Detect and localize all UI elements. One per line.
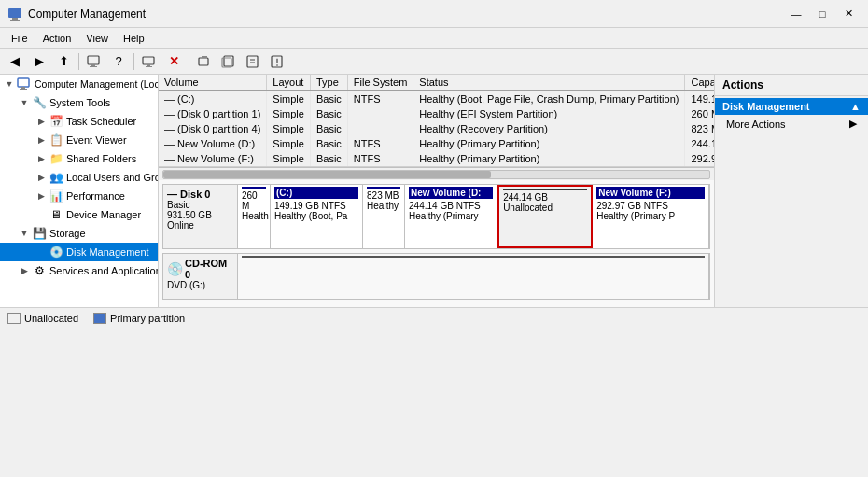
toolbar-btn1[interactable] xyxy=(193,51,216,72)
table-row[interactable]: — (Disk 0 partition 4) Simple Basic Heal… xyxy=(159,121,714,136)
legend-primary: Primary partition xyxy=(93,313,185,324)
expander-storage: ▼ xyxy=(17,226,32,241)
disk-management-label: Disk Management xyxy=(66,246,149,258)
window-title: Computer Management xyxy=(28,7,784,21)
col-type: Type xyxy=(310,75,347,91)
actions-more-actions[interactable]: More Actions ▶ xyxy=(715,115,868,133)
tree-storage[interactable]: ▼ 💾 Storage xyxy=(0,224,158,243)
cdrom-partition[interactable] xyxy=(238,254,709,299)
tree-device-manager[interactable]: ▶ 🖥 Device Manager xyxy=(0,205,158,224)
partition-c-header: (C:) xyxy=(274,187,358,199)
tree-performance[interactable]: ▶ 📊 Performance xyxy=(0,187,158,205)
cell-layout: Simple xyxy=(267,91,311,106)
disk-0-partitions: 260 M Health (C:) 149.19 GB NTFS Healthy… xyxy=(238,185,709,248)
table-row[interactable]: — New Volume (F:) Simple Basic NTFS Heal… xyxy=(159,151,714,166)
system-tools-label: System Tools xyxy=(49,97,110,108)
toolbar-up[interactable]: ⬆ xyxy=(52,51,75,72)
shared-folders-icon: 📁 xyxy=(49,151,63,166)
table-row[interactable]: — New Volume (D:) Simple Basic NTFS Heal… xyxy=(159,136,714,151)
services-label: Services and Applications xyxy=(49,265,159,276)
cell-capacity: 149.19 GB xyxy=(685,91,714,106)
minimize-button[interactable]: — xyxy=(784,3,808,25)
svg-rect-5 xyxy=(90,66,97,67)
disk-0-row: — Disk 0 Basic 931.50 GB Online 260 M He… xyxy=(162,184,710,249)
partition-d-status: Healthy (Primary xyxy=(409,211,493,221)
toolbar-separator-1 xyxy=(78,53,79,70)
partition-efi[interactable]: 260 M Health xyxy=(238,185,271,248)
partition-unallocated-status: Unallocated xyxy=(503,203,587,213)
table-row[interactable]: — (Disk 0 partition 1) Simple Basic Heal… xyxy=(159,106,714,121)
task-scheduler-icon: 📅 xyxy=(49,114,63,129)
actions-disk-management-chevron: ▲ xyxy=(850,101,861,112)
window-controls: — □ ✕ xyxy=(784,3,861,25)
maximize-button[interactable]: □ xyxy=(810,3,834,25)
partition-f-header: New Volume (F:) xyxy=(596,187,705,199)
device-manager-icon: 🖥 xyxy=(49,207,63,222)
partition-f[interactable]: New Volume (F:) 292.97 GB NTFS Healthy (… xyxy=(593,185,709,248)
menu-view[interactable]: View xyxy=(78,31,116,46)
cell-volume: — New Volume (D:) xyxy=(159,136,267,151)
cell-layout: Simple xyxy=(267,106,311,121)
status-bar: Unallocated Primary partition xyxy=(0,307,868,328)
cell-volume: — New Volume (F:) xyxy=(159,151,267,166)
volume-table: Volume Layout Type File System Status Ca… xyxy=(159,75,714,166)
partition-d-size: 244.14 GB NTFS xyxy=(409,201,493,211)
actions-section-disk-title[interactable]: Disk Management ▲ xyxy=(715,98,868,115)
partition-c[interactable]: (C:) 149.19 GB NTFS Healthy (Boot, Pa xyxy=(271,185,363,248)
menu-help[interactable]: Help xyxy=(116,31,152,46)
col-status: Status xyxy=(413,75,685,91)
services-icon: ⚙ xyxy=(32,263,47,278)
legend-unallocated-label: Unallocated xyxy=(24,313,78,324)
horizontal-scrollbar[interactable] xyxy=(159,167,714,180)
toolbar-connect[interactable] xyxy=(138,51,161,72)
menu-file[interactable]: File xyxy=(4,31,35,46)
local-users-label: Local Users and Groups xyxy=(66,172,159,183)
expander-shared-folders: ▶ xyxy=(34,151,49,166)
tree-system-tools[interactable]: ▼ 🔧 System Tools xyxy=(0,93,158,112)
cell-type: Basic xyxy=(310,151,347,166)
event-viewer-icon: 📋 xyxy=(49,133,63,147)
toolbar-btn2[interactable] xyxy=(217,51,240,72)
partition-unallocated[interactable]: 244.14 GB Unallocated xyxy=(497,185,593,248)
table-row[interactable]: — (C:) Simple Basic NTFS Healthy (Boot, … xyxy=(159,91,714,106)
col-volume: Volume xyxy=(159,75,267,91)
tree-disk-management[interactable]: ▶ 💿 Disk Management xyxy=(0,243,158,261)
cell-type: Basic xyxy=(310,121,347,136)
svg-rect-17 xyxy=(18,78,29,87)
cdrom-label: 💿 CD-ROM 0 DVD (G:) xyxy=(163,254,238,299)
computer-mgmt-icon xyxy=(17,77,32,91)
tree-task-scheduler[interactable]: ▶ 📅 Task Scheduler xyxy=(0,112,158,131)
toolbar-forward[interactable]: ▶ xyxy=(28,51,50,72)
toolbar-properties[interactable] xyxy=(266,51,288,72)
toolbar-btn3[interactable] xyxy=(242,51,264,72)
actions-section-disk: Disk Management ▲ More Actions ▶ xyxy=(715,96,868,134)
partition-recovery-size: 823 MB xyxy=(367,190,400,201)
close-button[interactable]: ✕ xyxy=(836,3,861,25)
toolbar-computer[interactable] xyxy=(83,51,105,72)
partition-efi-header xyxy=(242,187,266,189)
tree-computer-mgmt[interactable]: ▼ Computer Management (Local xyxy=(0,75,158,93)
partition-d[interactable]: New Volume (D: 244.14 GB NTFS Healthy (P… xyxy=(405,185,497,248)
toolbar-help[interactable]: ? xyxy=(107,51,130,72)
partition-efi-size: 260 M xyxy=(242,190,266,211)
partition-f-status: Healthy (Primary P xyxy=(596,211,705,221)
toolbar-disconnect[interactable]: ✕ xyxy=(162,51,185,72)
svg-rect-0 xyxy=(8,8,21,18)
toolbar-back[interactable]: ◀ xyxy=(4,51,26,72)
svg-rect-3 xyxy=(88,56,99,64)
cell-fs: NTFS xyxy=(347,91,413,106)
cdrom-0-row: 💿 CD-ROM 0 DVD (G:) xyxy=(162,253,710,300)
col-fs: File System xyxy=(347,75,413,91)
system-tools-icon: 🔧 xyxy=(32,95,47,110)
tree-local-users[interactable]: ▶ 👥 Local Users and Groups xyxy=(0,168,158,187)
disk-graphic-area: — Disk 0 Basic 931.50 GB Online 260 M He… xyxy=(159,180,714,307)
performance-icon: 📊 xyxy=(49,189,63,203)
toolbar: ◀ ▶ ⬆ ? ✕ xyxy=(0,49,868,75)
partition-recovery[interactable]: 823 MB Healthy xyxy=(363,185,405,248)
tree-shared-folders[interactable]: ▶ 📁 Shared Folders xyxy=(0,149,158,168)
svg-rect-4 xyxy=(91,64,95,66)
tree-services[interactable]: ▶ ⚙ Services and Applications xyxy=(0,261,158,280)
menu-action[interactable]: Action xyxy=(35,31,79,46)
actions-disk-management-label: Disk Management xyxy=(722,101,810,112)
tree-event-viewer[interactable]: ▶ 📋 Event Viewer xyxy=(0,131,158,149)
